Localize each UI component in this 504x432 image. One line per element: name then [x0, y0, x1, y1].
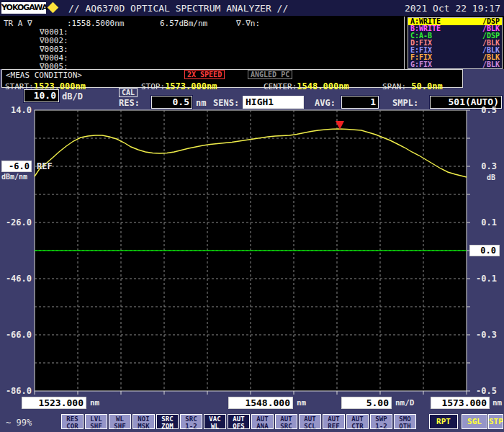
trace-marker-label: TR A ∇: [4, 19, 32, 28]
softkey-aut-ctr[interactable]: AUT CTR: [346, 414, 369, 429]
logo-diamond-icon: [48, 2, 59, 14]
right-axis-label: 0.5: [469, 105, 500, 115]
per-div-field[interactable]: 5.00: [341, 397, 392, 409]
stop-scale-unit: nm: [492, 398, 502, 408]
avg-label: AVG:: [315, 98, 336, 108]
right-axis-unit: dB: [468, 174, 498, 181]
span-group[interactable]: SPAN: 50.0nm: [382, 78, 443, 92]
span-label: SPAN:: [382, 82, 406, 91]
marker-wavelength: :1558.5000nm: [67, 19, 124, 28]
trace-separator: [404, 17, 405, 69]
stop-wavelength-group[interactable]: STOP:1573.000nm: [141, 78, 217, 92]
softkey-noi-msk[interactable]: NOI MSK: [132, 414, 155, 429]
trace-name: G:FIX: [410, 61, 432, 68]
stop-label: STOP:: [141, 82, 165, 91]
center-label: CENTER:: [264, 82, 297, 91]
res-label: RES:: [119, 98, 140, 108]
sens-label: SENS:: [213, 98, 239, 108]
right-axis-label: 0.3: [469, 161, 500, 171]
app-title: // AQ6370D OPTICAL SPECTRUM ANALYZER //: [68, 3, 288, 14]
trace-mode: /BLK: [482, 61, 500, 68]
smpl-label: SMPL:: [392, 98, 418, 108]
softkey-swp-1-2[interactable]: SWP 1-2: [370, 414, 392, 429]
run-button-rpt[interactable]: RPT: [429, 414, 458, 429]
softkey-toolbar: RES CORLVL SHFWL SHFNOI MSKSRC ZOMSRC 1-…: [61, 414, 416, 429]
softkey-wl-shf[interactable]: WL SHF: [109, 414, 131, 429]
start-scale-unit: nm: [90, 398, 99, 408]
softkey-aut-src[interactable]: AUT SRC: [275, 414, 297, 429]
left-axis-label: 14.0: [1, 105, 32, 115]
softkey-smo-oth[interactable]: SMO OTH: [394, 414, 416, 429]
marker-level: 6.57dBm/nm: [160, 19, 207, 28]
res-unit: nm: [196, 98, 206, 108]
softkey-aut-ofs[interactable]: AUT OFS: [228, 414, 250, 429]
softkey-aut-scl[interactable]: AUT SCL: [299, 414, 321, 429]
center-value: 1548.000nm: [297, 81, 348, 91]
run-button-stp[interactable]: STP: [488, 414, 503, 429]
cal-badge: CAL: [119, 88, 138, 97]
softkey-lvl-shf[interactable]: LVL SHF: [85, 414, 107, 429]
left-axis-label: -26.0: [1, 217, 32, 228]
softkey-src-1-2[interactable]: SRC 1-2: [180, 414, 202, 429]
left-axis-unit: dBm/nm: [1, 173, 33, 181]
right-axis-label: 0.1: [469, 217, 500, 228]
left-axis-label: -86.0: [1, 386, 32, 396]
left-axis-label: -66.0: [1, 330, 32, 340]
trace-status-table: A:WRITE/DSPB:WRITE/BLKC:A-B/DSPD:FIX/BLK…: [408, 17, 503, 69]
sweep-progress: ~ 99%: [6, 418, 32, 428]
ref-level-field[interactable]: -6.0: [1, 161, 32, 172]
right-axis-label: -0.5: [469, 386, 500, 396]
right-axis-label: -0.1: [469, 274, 500, 284]
center-wavelength-group[interactable]: CENTER:1548.000nm: [264, 78, 349, 92]
softkey-aut-ana[interactable]: AUT ANA: [251, 414, 274, 429]
marker-data-area: TR A ∇ :1558.5000nm 6.57dBm/nm ∇-∇n: ∇00…: [0, 16, 504, 69]
span-value: 50.0nm: [406, 81, 443, 91]
start-scale-field[interactable]: 1523.000: [22, 397, 86, 409]
center-scale-field[interactable]: 1548.000: [228, 397, 293, 409]
spectrum-plot: [32, 107, 474, 398]
right-axis-label: -0.3: [469, 330, 500, 340]
ref-marker-label: REF: [37, 161, 53, 171]
softkey-vac-wl[interactable]: VAC WL: [204, 414, 226, 429]
center-scale-unit: nm: [297, 398, 306, 408]
trace-row-g[interactable]: G:FIX/BLK: [408, 61, 502, 68]
title-bar: YOKOGAWA // AQ6370D OPTICAL SPECTRUM ANA…: [0, 0, 504, 16]
meas-condition-panel: <MEAS CONDITION> 2X SPEED ANGLED PC STAR…: [1, 69, 463, 88]
datetime-display: 2021 Oct 22 19:17: [405, 3, 500, 14]
stop-value: 1573.000nm: [165, 81, 217, 91]
softkey-src-zom[interactable]: SRC ZOM: [156, 414, 179, 429]
softkey-res-cor[interactable]: RES COR: [61, 414, 84, 429]
osa-screen: YOKOGAWA // AQ6370D OPTICAL SPECTRUM ANA…: [0, 0, 504, 432]
level-scale-unit: dB/D: [62, 91, 83, 102]
per-div-unit: nm/D: [395, 398, 415, 408]
stop-scale-field[interactable]: 1573.000: [431, 397, 490, 409]
softkey-aut-ref[interactable]: AUT REF: [323, 414, 345, 429]
left-axis-label: -46.0: [1, 274, 32, 284]
yokogawa-logo: YOKOGAWA: [1, 2, 46, 14]
marker-delta-label: ∇-∇n:: [236, 19, 260, 28]
sub-scale-zero-field[interactable]: 0.0: [469, 245, 500, 256]
level-scale-field[interactable]: 10.0: [24, 89, 59, 102]
run-button-sgl[interactable]: SGL: [462, 414, 487, 429]
